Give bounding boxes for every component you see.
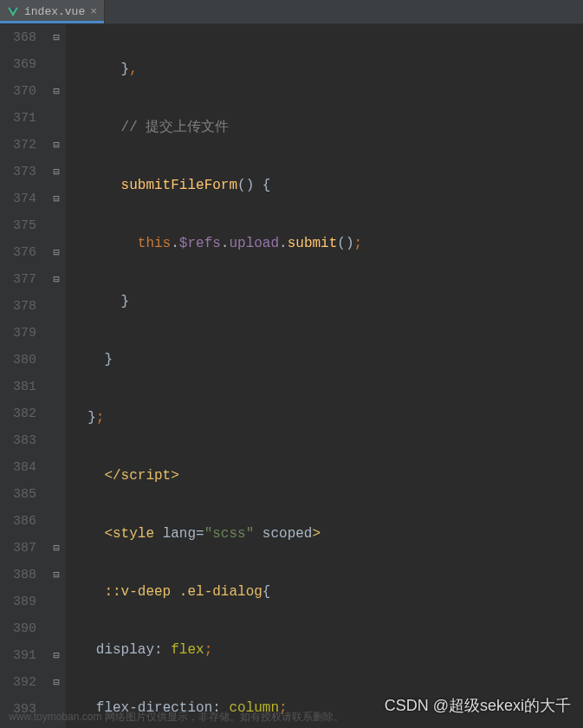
tab-active-indicator bbox=[0, 21, 104, 23]
line-number: 386 bbox=[0, 508, 36, 535]
fold-toggle-icon[interactable]: ⊟ bbox=[50, 569, 62, 581]
line-number: 372 bbox=[0, 132, 36, 159]
line-number: 389 bbox=[0, 588, 36, 615]
code-line: display: flex; bbox=[71, 636, 583, 663]
line-number: 385 bbox=[0, 481, 36, 508]
code-line: }, bbox=[71, 55, 583, 82]
code-line: // 提交上传文件 bbox=[71, 114, 583, 140]
fold-toggle-icon[interactable]: ⊟ bbox=[50, 676, 62, 688]
line-number: 371 bbox=[0, 105, 36, 132]
code-line: submitFileForm() { bbox=[71, 172, 583, 198]
credit-text: CSDN @超级sekexi的大千 bbox=[385, 695, 571, 716]
line-number: 373 bbox=[0, 159, 36, 185]
line-number: 376 bbox=[0, 239, 36, 266]
line-number: 380 bbox=[0, 347, 36, 374]
line-number: 382 bbox=[0, 400, 36, 427]
line-number: 368 bbox=[0, 24, 36, 51]
fold-toggle-icon[interactable]: ⊟ bbox=[50, 542, 62, 554]
code-editor[interactable]: 3683693703713723733743753763773783793803… bbox=[0, 24, 583, 728]
line-number: 381 bbox=[0, 374, 36, 400]
line-number: 370 bbox=[0, 78, 36, 105]
code-line: ::v-deep .el-dialog{ bbox=[71, 578, 583, 605]
code-line: <style lang="scss" scoped> bbox=[71, 520, 583, 547]
line-number: 383 bbox=[0, 427, 36, 454]
line-number: 390 bbox=[0, 615, 36, 642]
line-number: 379 bbox=[0, 320, 36, 347]
code-line: }; bbox=[71, 404, 583, 431]
watermark-text: www.toymoban.com 网络图片仅供显示，非存储。如有授权请联系删除。 bbox=[9, 710, 344, 725]
fold-toggle-icon[interactable]: ⊟ bbox=[50, 246, 62, 258]
code-content[interactable]: }, // 提交上传文件 submitFileForm() { this.$re… bbox=[66, 24, 583, 728]
code-line: } bbox=[71, 346, 583, 373]
fold-toggle-icon[interactable]: ⊟ bbox=[50, 166, 62, 178]
line-number-gutter: 3683693703713723733743753763773783793803… bbox=[0, 24, 49, 728]
line-number: 392 bbox=[0, 669, 36, 696]
line-number: 384 bbox=[0, 454, 36, 481]
line-number: 387 bbox=[0, 535, 36, 562]
tab-bar: index.vue × bbox=[0, 0, 583, 24]
fold-toggle-icon[interactable]: ⊟ bbox=[50, 139, 62, 151]
code-line: this.$refs.upload.submit(); bbox=[71, 230, 583, 257]
line-number: 388 bbox=[0, 562, 36, 588]
fold-toggle-icon[interactable]: ⊟ bbox=[50, 31, 62, 43]
line-number: 391 bbox=[0, 642, 36, 669]
line-number: 377 bbox=[0, 266, 36, 293]
line-number: 374 bbox=[0, 185, 36, 212]
line-number: 378 bbox=[0, 293, 36, 320]
fold-toggle-icon[interactable]: ⊟ bbox=[50, 273, 62, 285]
vue-icon bbox=[7, 6, 19, 18]
close-icon[interactable]: × bbox=[90, 5, 97, 18]
tab-index-vue[interactable]: index.vue × bbox=[0, 0, 105, 23]
tab-label: index.vue bbox=[24, 5, 85, 18]
code-line: } bbox=[71, 288, 583, 315]
code-line: </script> bbox=[71, 462, 583, 489]
fold-column: ⊟⊟⊟⊟⊟⊟⊟⊟⊟⊟⊟ bbox=[49, 24, 66, 728]
fold-toggle-icon[interactable]: ⊟ bbox=[50, 649, 62, 661]
fold-toggle-icon[interactable]: ⊟ bbox=[50, 192, 62, 205]
line-number: 375 bbox=[0, 212, 36, 239]
line-number: 369 bbox=[0, 51, 36, 78]
fold-toggle-icon[interactable]: ⊟ bbox=[50, 85, 62, 97]
